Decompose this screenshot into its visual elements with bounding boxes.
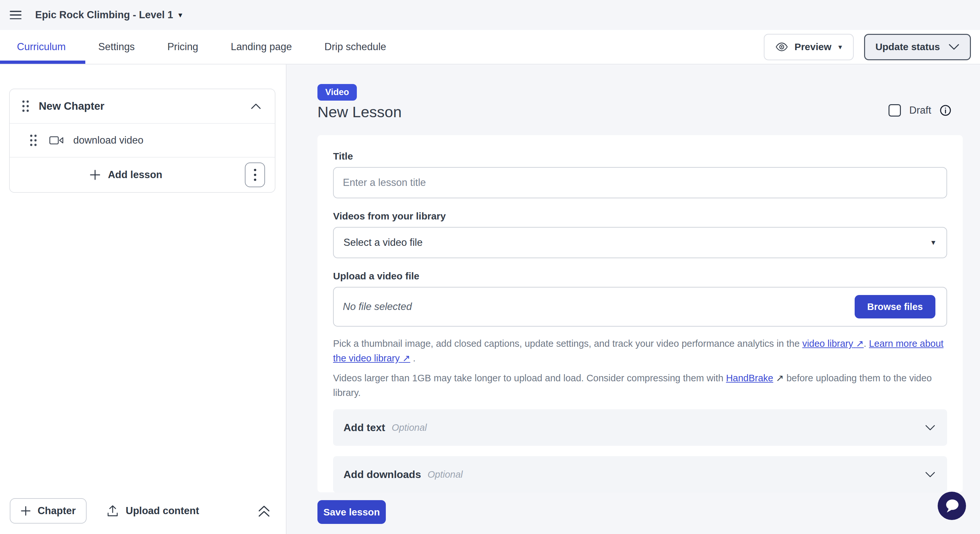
collapse-all-icon[interactable] <box>257 504 271 518</box>
video-library-help-text: Pick a thumbnail image, add closed capti… <box>333 336 947 366</box>
video-library-select[interactable]: Select a video file ▼ <box>333 227 947 258</box>
chapter-card-footer: Add lesson <box>10 157 275 192</box>
help-text: Pick a thumbnail image, add closed capti… <box>333 338 802 349</box>
optional-label: Optional <box>392 422 427 433</box>
preview-button[interactable]: Preview ▾ <box>764 34 853 60</box>
upload-icon <box>107 505 119 517</box>
drag-handle-icon[interactable] <box>21 99 30 113</box>
lesson-title-input[interactable] <box>333 167 947 198</box>
add-text-label: Add text <box>344 422 385 434</box>
add-text-accordion[interactable]: Add text Optional <box>333 409 947 446</box>
kebab-icon <box>254 168 256 181</box>
save-lesson-button[interactable]: Save lesson <box>317 500 386 524</box>
chapter-options-button[interactable] <box>245 162 265 187</box>
handbrake-link[interactable]: HandBrake <box>726 373 773 383</box>
top-bar: Epic Rock Climbing - Level 1 ▾ <box>0 0 980 30</box>
eye-icon <box>776 42 788 51</box>
upload-field-label: Upload a video file <box>333 270 947 282</box>
chapter-header[interactable]: New Chapter <box>10 89 275 123</box>
plus-icon <box>89 169 100 180</box>
select-value: Select a video file <box>344 237 423 248</box>
add-downloads-label: Add downloads <box>344 469 421 481</box>
help-text: Videos larger than 1GB may take longer t… <box>333 373 726 383</box>
sidebar-footer: Chapter Upload content <box>0 488 286 534</box>
curriculum-sidebar: New Chapter <box>0 65 286 534</box>
chapter-title: New Chapter <box>39 100 251 112</box>
file-upload-box: No file selected Browse files <box>333 287 947 327</box>
chevron-down-icon[interactable]: ▾ <box>178 11 182 19</box>
no-file-text: No file selected <box>343 301 412 313</box>
add-lesson-button[interactable]: Add lesson <box>89 169 162 181</box>
tab-settings[interactable]: Settings <box>98 41 135 53</box>
add-lesson-label: Add lesson <box>108 169 162 181</box>
video-library-link[interactable]: video library ↗ <box>802 338 864 349</box>
optional-label: Optional <box>428 469 463 480</box>
video-library-link-label: video library <box>802 338 853 349</box>
update-status-button[interactable]: Update status <box>864 34 971 60</box>
lesson-title: download video <box>73 135 143 146</box>
tab-list: Curriculum Settings Pricing Landing page… <box>0 41 386 53</box>
plus-icon <box>21 506 31 516</box>
chevron-down-icon <box>925 472 935 478</box>
chat-bubble-icon <box>944 499 960 513</box>
course-title[interactable]: Epic Rock Climbing - Level 1 <box>35 9 173 21</box>
tab-bar: Curriculum Settings Pricing Landing page… <box>0 30 980 65</box>
tab-landing-page[interactable]: Landing page <box>231 41 292 53</box>
chevron-up-icon[interactable] <box>251 103 261 110</box>
drag-handle-icon[interactable] <box>29 134 37 147</box>
draft-toggle-group: Draft <box>889 104 951 116</box>
menu-icon[interactable] <box>10 11 21 19</box>
lesson-type-badge: Video <box>317 84 357 101</box>
browse-files-button[interactable]: Browse files <box>855 295 935 318</box>
header-actions: Preview ▾ Update status <box>764 34 980 60</box>
tab-curriculum[interactable]: Curriculum <box>17 41 66 53</box>
video-size-help-text: Videos larger than 1GB may take longer t… <box>333 371 947 400</box>
tab-pricing[interactable]: Pricing <box>167 41 198 53</box>
tab-drip-schedule[interactable]: Drip schedule <box>325 41 387 53</box>
chapter-card: New Chapter <box>9 89 275 193</box>
help-text: . <box>864 338 869 349</box>
title-field-label: Title <box>333 151 947 162</box>
lesson-form-card: Title Videos from your library Select a … <box>317 135 963 492</box>
help-text: . <box>410 353 415 363</box>
video-camera-icon <box>49 135 64 145</box>
course-builder-app: Epic Rock Climbing - Level 1 ▾ Curriculu… <box>0 0 980 534</box>
lesson-item[interactable]: download video <box>10 123 275 157</box>
add-downloads-accordion[interactable]: Add downloads Optional <box>333 456 947 493</box>
external-link-icon: ↗ <box>402 353 410 363</box>
lesson-editor: Video New Lesson Draft Title Videos from… <box>287 65 980 534</box>
select-caret-icon: ▼ <box>930 239 937 246</box>
external-link-icon: ↗ <box>776 373 784 383</box>
handbrake-link-label: HandBrake <box>726 373 773 383</box>
upload-content-label: Upload content <box>126 505 199 517</box>
chevron-down-icon <box>948 44 959 50</box>
external-link-icon: ↗ <box>856 338 864 349</box>
add-chapter-button[interactable]: Chapter <box>10 498 87 524</box>
add-chapter-label: Chapter <box>37 505 76 517</box>
chat-widget-button[interactable] <box>938 492 966 520</box>
upload-content-button[interactable]: Upload content <box>107 505 199 517</box>
preview-label: Preview <box>794 41 831 52</box>
active-tab-underline <box>0 60 85 64</box>
chevron-down-icon <box>925 424 935 431</box>
info-icon[interactable] <box>940 105 951 116</box>
draft-checkbox[interactable] <box>889 104 901 116</box>
update-status-label: Update status <box>875 41 940 52</box>
caret-down-icon: ▾ <box>839 43 842 51</box>
draft-label: Draft <box>909 105 931 116</box>
lesson-heading: New Lesson <box>317 103 402 121</box>
library-field-label: Videos from your library <box>333 211 947 222</box>
